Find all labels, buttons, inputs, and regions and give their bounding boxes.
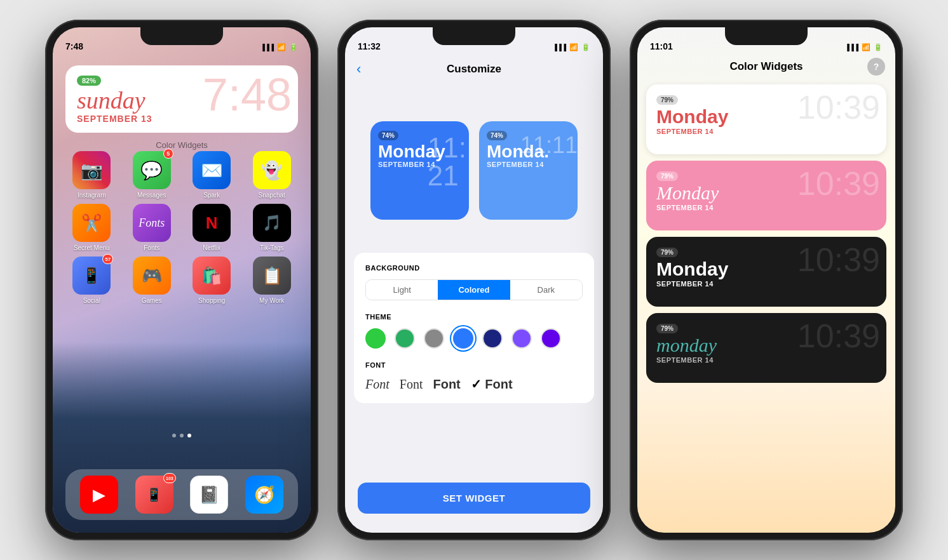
mywork-icon-img: 📋 [253,257,291,295]
page-dots [53,434,311,437]
phone-2: 11:32 ▐▐▐ 📶 🔋 ‹ Customize 74% 11:21 Mond… [337,20,611,540]
phone-1: 7:48 ▐▐▐ 📶 🔋 82% 7:48 sunday SEPTEMBER 1… [45,20,318,540]
spark-icon-img: ✉️ [193,151,231,189]
bg-option-dark[interactable]: Dark [510,280,582,300]
app-social[interactable]: 📱 57 Social [64,257,119,304]
instagram-label: Instagram [78,192,105,199]
signal-icon-2: ▐▐▐ [553,44,566,51]
secretmenu-label: Secret Menu [74,244,110,251]
snapchat-icon-img: 👻 [253,151,291,189]
phone-3: 11:01 ▐▐▐ 📶 🔋 Color Widgets ? 79% 10:39 … [630,20,903,540]
social-icon-img: 📱 57 [72,257,111,295]
bg-options: Light Colored Dark [365,279,583,300]
theme-dots [365,328,583,349]
app-games[interactable]: 🎮 Games [125,257,180,304]
preview-widget-2[interactable]: 74% 11:11 Monda. SEPTEMBER 14 [479,121,578,220]
messages-icon-img: 💬 5 [133,151,171,189]
app-mywork[interactable]: 📋 My Work [245,257,300,304]
snapchat-label: Snapchat [259,192,285,199]
preview-widget-1[interactable]: 74% 11:21 Monday SEPTEMBER 14 [370,121,469,220]
social-badge: 57 [102,254,113,264]
dock-safari[interactable]: 🧭 [245,476,283,514]
theme-dot-7[interactable] [541,328,561,349]
app-fonts[interactable]: Fonts Fonts [125,204,180,251]
theme-dot-2[interactable] [395,328,415,349]
phone-2-background: 11:32 ▐▐▐ 📶 🔋 ‹ Customize 74% 11:21 Mond… [345,27,603,533]
status-time-3: 11:01 [650,41,673,51]
preview-battery-2: 74% [487,131,507,140]
fonts-label: Fonts [144,244,159,251]
app-tiktags[interactable]: 🎵 Tik-Tags [245,204,300,251]
lw-time-bg-3: 10:39 [797,243,880,276]
font-options: Font Font Font Font [365,377,583,392]
help-button[interactable]: ? [867,58,885,76]
lw-date-3: SEPTEMBER 14 [656,280,876,288]
preview-time-2: 11:11 [520,134,578,157]
app-secretmenu[interactable]: ✂️ Secret Menu [64,204,119,251]
mywork-label: My Work [259,297,284,304]
youtube-icon-img: ▶ [80,476,118,514]
customize-header: ‹ Customize [345,55,603,83]
set-widget-button[interactable]: SET WIDGET [358,483,590,514]
list-widget-dark-teal[interactable]: 79% 10:39 monday SEPTEMBER 14 [646,313,886,383]
font-option-1[interactable]: Font [365,377,389,392]
font-option-2[interactable]: Font [400,377,423,392]
app-instagram[interactable]: 📷 Instagram [64,151,119,199]
wifi-icon: 📶 [277,43,286,51]
theme-dot-1[interactable] [365,328,386,349]
bg-option-light[interactable]: Light [366,280,438,300]
lw-time-bg-2: 10:39 [797,167,880,200]
font-option-3[interactable]: Font [433,377,460,392]
app-spark[interactable]: ✉️ Spark [184,151,240,199]
games-icon-img: 🎮 [133,257,171,295]
messages-label: Messages [137,192,166,199]
signal-icon-3: ▐▐▐ [845,44,858,51]
preview-battery-1: 74% [378,131,398,140]
battery-badge: 82% [77,76,101,86]
customize-title: Customize [447,63,501,76]
back-button[interactable]: ‹ [356,61,361,77]
theme-dot-4[interactable] [453,328,473,349]
status-icons-1: ▐▐▐ 📶 🔋 [261,43,298,51]
bg-option-colored[interactable]: Colored [438,280,510,300]
list-widget-pink[interactable]: 79% 10:39 Monday SEPTEMBER 14 [646,161,886,230]
lw-date-1: SEPTEMBER 14 [656,128,876,135]
app-netflix[interactable]: N Netflix [184,204,240,251]
netflix-label: Netflix [203,244,220,251]
dock-youtube[interactable]: ▶ [80,476,118,514]
app-snapchat[interactable]: 👻 Snapchat [245,151,300,199]
theme-dot-5[interactable] [482,328,503,349]
dock-social[interactable]: 📱 103 [135,476,173,514]
phone-3-screen: 11:01 ▐▐▐ 📶 🔋 Color Widgets ? 79% 10:39 … [637,27,895,533]
phone-2-screen: 11:32 ▐▐▐ 📶 🔋 ‹ Customize 74% 11:21 Mond… [345,27,603,533]
games-label: Games [142,297,162,304]
shopping-label: Shopping [198,297,225,304]
tiktags-icon-img: 🎵 [253,204,291,242]
instagram-icon-img: 📷 [72,151,111,189]
battery-icon: 🔋 [289,43,298,51]
app-shopping[interactable]: 🛍️ Shopping [184,257,240,304]
widget-datetime[interactable]: 82% 7:48 sunday SEPTEMBER 13 [65,65,298,133]
safari-icon-img: 🧭 [245,476,283,514]
lw-battery-3: 79% [656,248,678,257]
phone-1-background: 7:48 ▐▐▐ 📶 🔋 82% 7:48 sunday SEPTEMBER 1… [53,27,311,533]
dot-1 [172,434,176,437]
app-messages[interactable]: 💬 5 Messages [125,151,180,199]
theme-dot-6[interactable] [511,328,532,349]
theme-dot-3[interactable] [424,328,444,349]
list-widget-white[interactable]: 79% 10:39 Monday SEPTEMBER 14 [646,84,886,154]
fonts-icon-img: Fonts [133,204,171,242]
phone-1-screen: 7:48 ▐▐▐ 📶 🔋 82% 7:48 sunday SEPTEMBER 1… [53,27,311,533]
list-widget-dark[interactable]: 79% 10:39 Monday SEPTEMBER 14 [646,237,886,307]
notch-2 [433,27,515,45]
bg-section-title: BACKGROUND [365,264,583,272]
font-option-4[interactable]: Font [471,377,513,392]
lw-time-bg-4: 10:39 [797,319,880,352]
lw-battery-4: 79% [656,324,678,333]
lw-battery-2: 79% [656,171,678,181]
widget-time-big: 7:48 [203,72,292,117]
notch-3 [725,27,808,45]
lw-time-bg-1: 10:39 [797,91,880,124]
wifi-icon-3: 📶 [862,43,870,51]
dock-notion[interactable]: 📓 [190,476,228,514]
